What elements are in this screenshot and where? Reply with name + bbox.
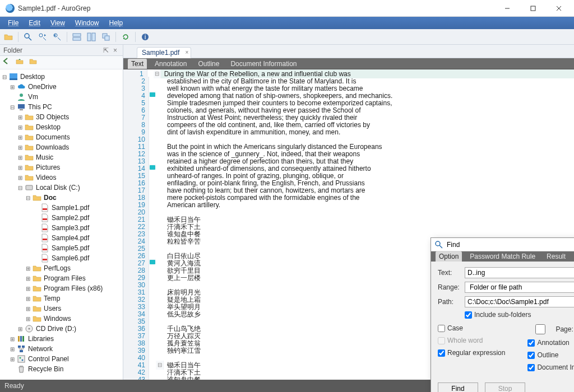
tree-expander-icon[interactable]: ⊞ bbox=[17, 325, 24, 332]
tree-expander-icon[interactable]: ⊞ bbox=[17, 124, 24, 130]
tree-expander-icon[interactable]: ⊞ bbox=[25, 295, 31, 302]
find-dialog[interactable]: Find — ▢ ✕ Option Password Match Rule Re… bbox=[430, 237, 574, 392]
find-tab-option[interactable]: Option bbox=[436, 251, 462, 262]
editor-line[interactable]: 22汗滴禾下土 bbox=[123, 222, 574, 230]
tree-expander-icon[interactable]: ⊟ bbox=[17, 184, 24, 191]
editor-line[interactable]: 4developed among that nation of ship-own… bbox=[123, 91, 574, 99]
find-tab-result[interactable]: Result bbox=[543, 251, 569, 262]
minimize-button[interactable] bbox=[494, 0, 520, 17]
tree-item[interactable]: ⊞Windows bbox=[1, 314, 122, 324]
find-icon[interactable] bbox=[22, 31, 34, 43]
tree-expander-icon[interactable]: ⊞ bbox=[25, 315, 31, 322]
editor-line[interactable]: 11But the point in which the Americans s… bbox=[123, 142, 574, 150]
find-text-input[interactable] bbox=[465, 267, 574, 278]
tree-expander-icon[interactable]: ⊟ bbox=[9, 104, 16, 110]
nav-up-icon[interactable] bbox=[16, 57, 27, 68]
about-icon[interactable]: i bbox=[139, 31, 151, 43]
tree-item[interactable]: ⊞Pictures bbox=[1, 162, 122, 172]
tree-item[interactable]: ⊞Network bbox=[1, 344, 122, 354]
tree-expander-icon[interactable]: ⊞ bbox=[17, 144, 24, 151]
tree-item[interactable]: ⊟Doc bbox=[1, 193, 122, 203]
find-find-button[interactable]: Find bbox=[438, 382, 478, 392]
tree-expander-icon[interactable]: ⊟ bbox=[1, 73, 8, 80]
tree-item[interactable]: ⊞Desktop bbox=[1, 122, 122, 132]
close-button[interactable] bbox=[546, 0, 572, 17]
editor-line[interactable]: 1⊟During the War of the Rebellion, a new… bbox=[123, 69, 574, 77]
editor-line[interactable]: 7Instruction at West Point; nevertheless… bbox=[123, 113, 574, 120]
maximize-button[interactable] bbox=[520, 0, 546, 17]
editor-line[interactable]: 5Simple tradesmen jumped their counters … bbox=[123, 99, 574, 106]
tree-item[interactable]: Sample3.pdf bbox=[1, 223, 122, 233]
tree-expander-icon[interactable]: ⊞ bbox=[25, 285, 31, 292]
tree-expander-icon[interactable]: ⊞ bbox=[9, 346, 16, 352]
fold-toggle-icon[interactable]: ⊟ bbox=[154, 69, 161, 78]
find-outline-checkbox[interactable]: Outline bbox=[527, 351, 574, 359]
refresh-icon[interactable] bbox=[119, 31, 132, 43]
tree-expander-icon[interactable]: ⊞ bbox=[25, 275, 31, 282]
tree-item[interactable]: Sample5.pdf bbox=[1, 243, 122, 253]
tree-expander-icon[interactable]: ⊞ bbox=[17, 154, 24, 161]
tree-item[interactable]: ⊞Temp bbox=[1, 293, 122, 304]
tree-item[interactable]: ⊞OneDrive bbox=[1, 82, 122, 92]
tree-expander-icon[interactable]: ⊞ bbox=[25, 265, 31, 272]
tree-item[interactable]: Sample2.pdf bbox=[1, 213, 122, 223]
subtab-annotation[interactable]: Annotation bbox=[151, 59, 190, 69]
panel-pin-icon[interactable]: ⇱ bbox=[101, 46, 111, 54]
tree-expander-icon[interactable]: ⊞ bbox=[9, 83, 16, 90]
tree-expander-icon[interactable]: ⊞ bbox=[17, 174, 24, 181]
find-titlebar[interactable]: Find — ▢ ✕ bbox=[431, 238, 574, 251]
find-tab-pmr[interactable]: Password Match Rule bbox=[466, 251, 539, 262]
menu-edit[interactable]: Edit bbox=[24, 18, 45, 28]
editor-line[interactable]: 3well known with what energy the taste f… bbox=[123, 84, 574, 91]
find-regex-checkbox[interactable]: Regular expression bbox=[438, 349, 505, 357]
editor-line[interactable]: 13retained a higher degree of perfection… bbox=[123, 157, 574, 164]
tree-item[interactable]: Sample6.pdf bbox=[1, 253, 122, 263]
menu-window[interactable]: Window bbox=[71, 18, 104, 28]
subtab-outline[interactable]: Outline bbox=[195, 59, 223, 69]
find-path-input[interactable] bbox=[465, 296, 574, 307]
editor-line[interactable]: 6colonels, and generals, without having … bbox=[123, 106, 574, 113]
editor-line[interactable]: 8compeers of the old continent, and, lik… bbox=[123, 120, 574, 128]
window-h-icon[interactable] bbox=[71, 31, 83, 43]
tree-item[interactable]: ⊞Music bbox=[1, 152, 122, 162]
tree-item[interactable]: ⊞Downloads bbox=[1, 142, 122, 152]
tree-expander-icon[interactable]: ⊞ bbox=[17, 164, 24, 171]
tree-item[interactable]: ⊞Control Panel bbox=[1, 354, 122, 364]
fold-toggle-icon[interactable]: ⊟ bbox=[156, 361, 164, 370]
editor-line[interactable]: 17have nothing to learn; but their canno… bbox=[123, 186, 574, 193]
tree-expander-icon[interactable]: ⊞ bbox=[9, 356, 16, 362]
menu-view[interactable]: View bbox=[46, 18, 70, 28]
tree-item[interactable]: ⊞Users bbox=[1, 304, 122, 314]
nav-open-icon[interactable] bbox=[29, 57, 40, 68]
open-folder-icon[interactable] bbox=[2, 31, 15, 43]
window-v-icon[interactable] bbox=[85, 31, 98, 43]
editor-line[interactable]: 23谁知盘中餐 bbox=[123, 230, 574, 237]
tree-expander-icon[interactable]: ⊞ bbox=[17, 134, 24, 141]
menu-file[interactable]: File bbox=[3, 18, 23, 28]
find-page-checkbox[interactable]: Page: bbox=[527, 324, 573, 334]
tree-expander-icon[interactable]: ⊟ bbox=[25, 194, 31, 201]
panel-close-icon[interactable]: × bbox=[111, 46, 119, 54]
tree-item[interactable]: ⊟This PC bbox=[1, 102, 122, 112]
tree-item[interactable]: ⊞3D Objects bbox=[1, 112, 122, 122]
tree-item[interactable]: Recycle Bin bbox=[1, 364, 122, 374]
find-include-sub-checkbox[interactable]: Include sub-folders bbox=[465, 311, 531, 319]
find-prev-icon[interactable] bbox=[51, 31, 63, 43]
find-annotation-checkbox[interactable]: Annotation bbox=[527, 339, 574, 347]
subtab-text[interactable]: Text bbox=[128, 59, 147, 69]
find-docinfo-checkbox[interactable]: Document Information bbox=[527, 363, 574, 371]
tree-item[interactable]: ⊞Documents bbox=[1, 132, 122, 142]
editor-line[interactable]: 16enfilading, or point-blank firing, the… bbox=[123, 179, 574, 186]
window-c-icon[interactable] bbox=[100, 31, 112, 43]
editor-line[interactable]: 14exhibited unheard-of dimensions, and c… bbox=[123, 164, 574, 171]
find-case-checkbox[interactable]: Case bbox=[438, 324, 505, 332]
tree-item[interactable]: ⊟Local Disk (C:) bbox=[1, 183, 122, 193]
tree-item[interactable]: ⊟Desktop bbox=[1, 72, 122, 82]
tree-item[interactable]: ⊞CD Drive (D:) bbox=[1, 324, 122, 334]
editor-line[interactable]: 21锄禾日当午 bbox=[123, 215, 574, 222]
editor-line[interactable]: 12was in the science of _gunnery_. Not, … bbox=[123, 150, 574, 157]
tree-item[interactable]: ⊞Program Files (x86) bbox=[1, 283, 122, 293]
tree-expander-icon[interactable]: ⊞ bbox=[17, 114, 24, 120]
editor-line[interactable]: 18mere pocket-pistols compared with the … bbox=[123, 193, 574, 200]
tree-item[interactable]: ⊞Libraries bbox=[1, 334, 122, 344]
